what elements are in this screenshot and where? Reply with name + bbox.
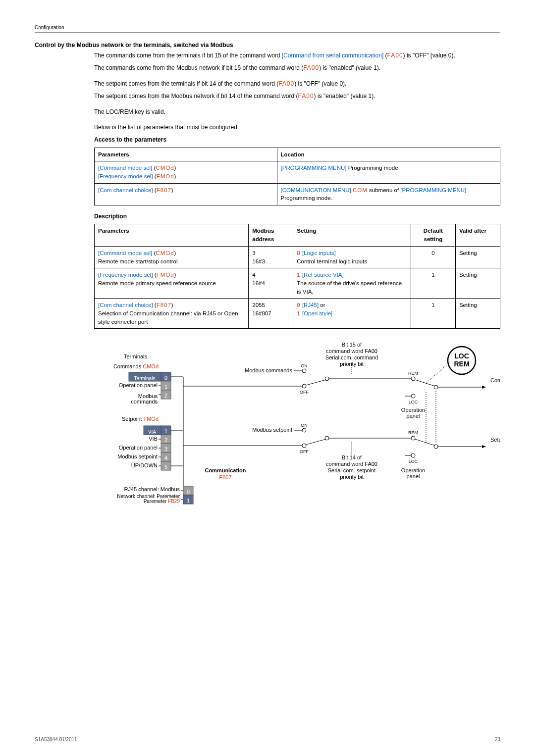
svg-text:2: 2 <box>164 393 167 399</box>
svg-point-57 <box>302 384 306 388</box>
running-header: Configuration <box>35 25 500 33</box>
svg-text:4: 4 <box>164 455 167 461</box>
svg-text:Network channel: ParemeterPare: Network channel: ParemeterParemeter FB29 <box>117 494 180 504</box>
svg-point-68 <box>302 444 306 448</box>
link: [Com channel choice] <box>98 187 153 193</box>
svg-text:0: 0 <box>164 375 167 381</box>
code: FA00 <box>298 93 314 100</box>
svg-text:RJ45 channel: Modbus: RJ45 channel: Modbus <box>124 486 180 492</box>
txt: The LOC/REM key is valid. <box>94 108 500 116</box>
svg-text:F807: F807 <box>219 474 231 480</box>
svg-point-65 <box>302 428 306 432</box>
commands-selector: 0 1 2 Terminals Operation panel Modbusco… <box>119 372 171 404</box>
txt: 4 <box>252 272 255 278</box>
svg-text:Operation panel: Operation panel <box>119 445 158 451</box>
txt: Control terminal logic inputs <box>297 258 367 264</box>
svg-text:OFF: OFF <box>300 449 309 454</box>
txt: Programming mode <box>346 165 398 171</box>
txt: 16#4 <box>252 280 265 286</box>
th: Location <box>277 148 500 161</box>
th: Parameters <box>95 148 277 161</box>
th: Modbus address <box>249 224 293 246</box>
svg-text:Bit 14 of: Bit 14 of <box>342 454 362 460</box>
code: FA00 <box>387 52 403 59</box>
access-title: Access to the parameters <box>94 136 500 144</box>
th: Setting <box>293 224 411 246</box>
svg-text:5: 5 <box>164 464 167 470</box>
txt: 0 <box>411 246 455 268</box>
svg-text:LOC: LOC <box>409 459 418 464</box>
svg-text:Operationpanel: Operationpanel <box>401 467 425 479</box>
txt: ) is "OFF" (value 0). <box>294 80 346 87</box>
svg-point-97 <box>434 445 438 449</box>
txt: 16#807 <box>252 310 271 316</box>
link: [Command mode sel] <box>98 250 152 256</box>
txt: Setting <box>455 246 500 268</box>
link: [Com channel choice] <box>98 302 153 308</box>
svg-text:1: 1 <box>164 384 167 390</box>
code: FA00 <box>303 64 319 71</box>
svg-text:ON: ON <box>301 423 308 428</box>
th: Default setting <box>411 224 455 246</box>
svg-point-86 <box>434 385 438 389</box>
code: 0 <box>297 302 300 308</box>
svg-point-83 <box>411 394 415 398</box>
txt: Selection of Communication channel: via … <box>98 310 238 325</box>
svg-point-94 <box>411 454 415 457</box>
txt: ) is "enabled" (value 1). <box>314 93 375 100</box>
svg-text:2: 2 <box>164 437 167 443</box>
txt: Remote mode primary speed reference sour… <box>98 280 216 286</box>
code: 1 <box>297 272 300 278</box>
desc-title: Description <box>94 212 500 221</box>
svg-text:Operationpanel: Operationpanel <box>401 407 425 419</box>
code: FMOd <box>157 272 174 278</box>
desc-table: Parameters Modbus address Setting Defaul… <box>94 224 500 329</box>
txt: Setting <box>455 268 500 299</box>
txt: or <box>319 302 325 308</box>
txt: is "OFF" (value 0). <box>405 52 455 59</box>
svg-text:UP/DOWN: UP/DOWN <box>131 462 158 468</box>
routing-diagram: Terminals Commands CMOd 0 1 2 Terminals … <box>94 338 500 572</box>
svg-text:0: 0 <box>187 489 190 495</box>
svg-text:priority bit: priority bit <box>340 361 364 367</box>
link: [Ref source VIA] <box>302 272 344 278</box>
txt: 3 <box>252 250 255 256</box>
svg-text:ON: ON <box>301 363 308 368</box>
txt: The setpoint comes from the terminals if… <box>94 80 278 87</box>
svg-text:Setpoint FMOd: Setpoint FMOd <box>122 416 159 422</box>
txt: submenu of <box>368 187 400 193</box>
svg-text:Serial com. command: Serial com. command <box>325 354 378 360</box>
txt: ) is "enabled" (value 1). <box>319 64 380 71</box>
svg-line-91 <box>426 365 447 383</box>
code: F807 <box>157 302 171 308</box>
terminals-label: Terminals <box>124 353 148 359</box>
svg-text:Serial com. setpoint: Serial com. setpoint <box>328 467 376 473</box>
svg-text:LOC: LOC <box>409 400 418 404</box>
txt: Setting <box>455 299 500 329</box>
access-table: Parameters Location [Command mode sel] (… <box>94 148 500 205</box>
svg-text:Modbuscommands: Modbuscommands <box>131 393 158 404</box>
txt: The setpoint comes from the Modbus netwo… <box>94 93 298 100</box>
txt: Below is the list of parameters that mus… <box>94 123 500 132</box>
svg-text:Commands: Commands <box>490 377 500 383</box>
link: [PROGRAMMING MENU] <box>400 187 466 193</box>
svg-text:Operation panel: Operation panel <box>119 382 158 388</box>
svg-text:REM: REM <box>408 371 418 376</box>
svg-text:Terminals: Terminals <box>134 376 156 381</box>
svg-text:Communication: Communication <box>205 467 246 473</box>
code: F807 <box>157 187 171 193</box>
link: [Open style] <box>302 310 332 316</box>
svg-point-92 <box>411 436 415 440</box>
svg-point-81 <box>411 377 415 381</box>
setpoint-selector: 1 2 3 4 5 VIA VIB Operation panel Modbus… <box>117 426 171 470</box>
svg-point-59 <box>325 377 329 381</box>
code: COM <box>353 187 368 193</box>
txt: 1 <box>411 299 455 329</box>
svg-text:command word FA00: command word FA00 <box>326 348 377 354</box>
th: Parameters <box>95 224 249 246</box>
svg-text:Setpoint: Setpoint <box>490 437 500 443</box>
svg-line-71 <box>306 439 326 445</box>
txt: 16#3 <box>252 258 265 264</box>
txt: 2055 <box>252 302 265 308</box>
svg-text:VIB: VIB <box>149 436 158 442</box>
